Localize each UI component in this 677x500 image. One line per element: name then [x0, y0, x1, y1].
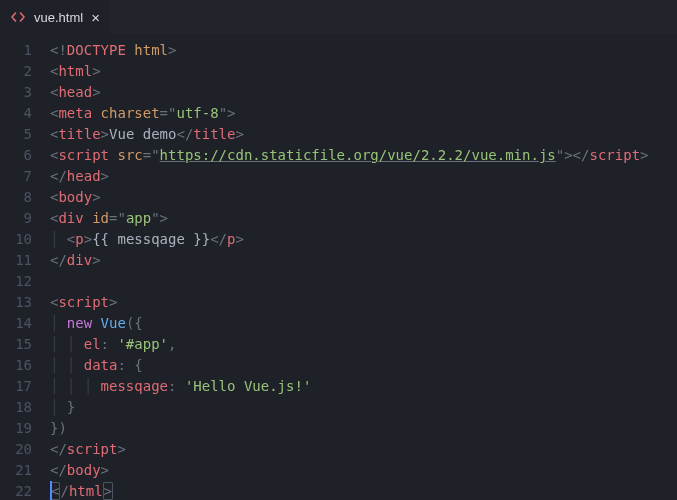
close-icon[interactable]: × [91, 9, 100, 26]
code-line[interactable]: <script src="https://cdn.staticfile.org/… [50, 145, 677, 166]
t: > [103, 482, 113, 500]
code-line[interactable]: </div> [50, 250, 677, 271]
line-number: 2 [0, 61, 32, 82]
code-line[interactable]: </html> [50, 481, 677, 500]
code-line[interactable]: <title>Vue demo</title> [50, 124, 677, 145]
t: html [134, 42, 168, 58]
editor[interactable]: 1 2 3 4 5 6 7 8 9 10 11 12 13 14 15 16 1… [0, 34, 677, 500]
t: body [58, 189, 92, 205]
tab-bar: vue.html × [0, 0, 677, 34]
line-number-gutter: 1 2 3 4 5 6 7 8 9 10 11 12 13 14 15 16 1… [0, 40, 50, 500]
code-line[interactable]: <html> [50, 61, 677, 82]
code-line[interactable]: <meta charset="utf-8"> [50, 103, 677, 124]
t: utf-8 [176, 105, 218, 121]
line-number: 15 [0, 334, 32, 355]
t: '#app' [117, 336, 168, 352]
line-number: 20 [0, 439, 32, 460]
code-line[interactable]: <!DOCTYPE html> [50, 40, 677, 61]
line-number: 6 [0, 145, 32, 166]
t: > [92, 189, 100, 205]
code-line[interactable]: </head> [50, 166, 677, 187]
code-line[interactable]: }) [50, 418, 677, 439]
t: script [58, 147, 109, 163]
code-line[interactable]: │ │ data: { [50, 355, 677, 376]
indent-guide: │ │ [50, 336, 84, 352]
t: > [92, 84, 100, 100]
t: body [67, 462, 101, 478]
t: new [67, 315, 92, 331]
t: title [58, 126, 100, 142]
code-line[interactable] [50, 271, 677, 292]
t: DOCTYPE [67, 42, 126, 58]
t: , [168, 336, 176, 352]
indent-guide: │ │ │ [50, 378, 101, 394]
t: p [75, 231, 83, 247]
line-number: 13 [0, 292, 32, 313]
t: / [60, 483, 68, 499]
t: "></ [556, 147, 590, 163]
t: > [117, 441, 125, 457]
t [84, 210, 92, 226]
t: script [589, 147, 640, 163]
t: : { [117, 357, 142, 373]
code-icon [10, 9, 26, 25]
t [50, 273, 58, 289]
t: div [67, 252, 92, 268]
code-line[interactable]: <div id="app"> [50, 208, 677, 229]
t: </ [50, 252, 67, 268]
tab-filename: vue.html [34, 10, 83, 25]
line-number: 8 [0, 187, 32, 208]
t: </ [50, 168, 67, 184]
line-number: 4 [0, 103, 32, 124]
tab-vue-html[interactable]: vue.html × [0, 0, 110, 34]
code-line[interactable]: │ │ │ messqage: 'Hello Vue.js!' [50, 376, 677, 397]
code-line[interactable]: │ │ el: '#app', [50, 334, 677, 355]
code-line[interactable]: │ } [50, 397, 677, 418]
t: "> [219, 105, 236, 121]
t: > [92, 252, 100, 268]
t: {{ messqage }} [92, 231, 210, 247]
t: Vue [101, 315, 126, 331]
t: script [58, 294, 109, 310]
line-number: 10 [0, 229, 32, 250]
line-number: 21 [0, 460, 32, 481]
line-number: 7 [0, 166, 32, 187]
code-line[interactable]: │ <p>{{ messqage }}</p> [50, 229, 677, 250]
line-number: 16 [0, 355, 32, 376]
code-area[interactable]: <!DOCTYPE html> <html> <head> <meta char… [50, 40, 677, 500]
code-line[interactable]: </script> [50, 439, 677, 460]
code-line[interactable]: <head> [50, 82, 677, 103]
t: ({ [126, 315, 143, 331]
indent-guide: │ [50, 399, 67, 415]
t [92, 315, 100, 331]
t: > [84, 231, 92, 247]
t: : [168, 378, 185, 394]
t [92, 105, 100, 121]
t: Vue demo [109, 126, 176, 142]
code-line[interactable]: </body> [50, 460, 677, 481]
line-number: 11 [0, 250, 32, 271]
line-number: 12 [0, 271, 32, 292]
t: > [101, 168, 109, 184]
t: </ [176, 126, 193, 142]
t: meta [58, 105, 92, 121]
t: </ [50, 462, 67, 478]
t: head [58, 84, 92, 100]
t: =" [109, 210, 126, 226]
line-number: 9 [0, 208, 32, 229]
code-line[interactable]: <body> [50, 187, 677, 208]
line-number: 3 [0, 82, 32, 103]
indent-guide: │ │ [50, 357, 84, 373]
t: head [67, 168, 101, 184]
line-number: 18 [0, 397, 32, 418]
indent-guide: │ [50, 315, 67, 331]
line-number: 5 [0, 124, 32, 145]
t: html [58, 63, 92, 79]
t: > [235, 231, 243, 247]
cursor [50, 481, 52, 500]
code-line[interactable]: │ new Vue({ [50, 313, 677, 334]
line-number: 1 [0, 40, 32, 61]
line-number: 22 [0, 481, 32, 500]
code-line[interactable]: <script> [50, 292, 677, 313]
t: <! [50, 42, 67, 58]
